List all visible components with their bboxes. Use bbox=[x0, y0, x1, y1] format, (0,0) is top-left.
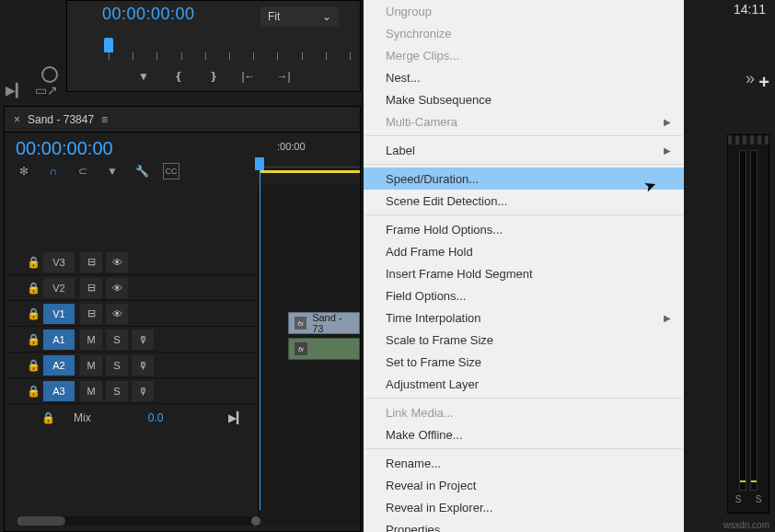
track-a2[interactable]: 🔒 A2 M S 🎙 bbox=[5, 353, 258, 378]
source-tool-row: ▶▎ ▭↗ bbox=[0, 83, 55, 105]
scroll-cap-right[interactable] bbox=[251, 516, 260, 526]
track-label[interactable]: V3 bbox=[43, 252, 75, 272]
overflow-chevrons-icon[interactable]: » bbox=[746, 69, 751, 88]
menu-item-reveal-in-explorer[interactable]: Reveal in Explorer... bbox=[364, 496, 684, 518]
menu-item-link-media: Link Media... bbox=[364, 401, 684, 423]
menu-item-properties[interactable]: Properties bbox=[364, 518, 684, 532]
menu-item-set-to-frame-size[interactable]: Set to Frame Size bbox=[364, 351, 684, 373]
go-to-in-icon[interactable]: |← bbox=[241, 69, 256, 84]
marker-icon[interactable]: ▼ bbox=[136, 69, 151, 84]
meter-channel-left bbox=[739, 150, 746, 491]
menu-item-insert-frame-hold-segment[interactable]: Insert Frame Hold Segment bbox=[364, 262, 684, 284]
voiceover-mic-icon[interactable]: 🎙 bbox=[132, 330, 154, 350]
panel-menu-icon[interactable]: ≡ bbox=[101, 113, 108, 126]
program-playhead[interactable] bbox=[104, 38, 113, 52]
linked-selection-icon[interactable]: ⊂ bbox=[75, 163, 91, 179]
captions-icon[interactable]: CC bbox=[163, 163, 179, 179]
lock-icon[interactable]: 🔒 bbox=[25, 385, 41, 398]
in-point-icon[interactable]: ❴ bbox=[171, 69, 186, 84]
mute-button[interactable]: M bbox=[80, 355, 102, 376]
work-area-bar[interactable] bbox=[260, 170, 360, 173]
toggle-output-icon[interactable]: ⊟ bbox=[80, 252, 102, 272]
mute-button[interactable]: M bbox=[80, 381, 102, 401]
meter-grip[interactable] bbox=[728, 135, 769, 145]
track-label[interactable]: A2 bbox=[43, 355, 75, 376]
go-to-out-icon[interactable]: →| bbox=[276, 69, 291, 84]
solo-label[interactable]: S bbox=[756, 494, 762, 504]
menu-separator bbox=[365, 448, 682, 449]
mix-track[interactable]: 🔒 Mix 0.0 ▶▎ bbox=[5, 404, 258, 432]
solo-label[interactable]: S bbox=[735, 494, 742, 504]
mix-value[interactable]: 0.0 bbox=[148, 411, 164, 424]
solo-button[interactable]: S bbox=[106, 330, 128, 350]
program-ruler[interactable] bbox=[104, 38, 351, 65]
snap-icon[interactable]: ∩ bbox=[45, 163, 62, 179]
record-circle-icon[interactable] bbox=[41, 66, 58, 83]
video-clip[interactable]: fx Sand - 73 bbox=[288, 312, 360, 334]
submenu-arrow-icon: ▶ bbox=[664, 145, 671, 156]
track-v3[interactable]: 🔒 V3 ⊟ 👁 bbox=[5, 249, 258, 275]
menu-item-add-frame-hold[interactable]: Add Frame Hold bbox=[364, 240, 684, 262]
submenu-arrow-icon: ▶ bbox=[664, 313, 671, 323]
lock-icon[interactable]: 🔒 bbox=[25, 282, 41, 295]
ruler-ticks bbox=[109, 52, 351, 62]
lock-icon[interactable]: 🔒 bbox=[25, 333, 41, 346]
mute-button[interactable]: M bbox=[80, 330, 102, 350]
export-frame-icon[interactable]: ▭↗ bbox=[35, 83, 58, 105]
track-v1[interactable]: 🔒 V1 ⊟ 👁 bbox=[5, 301, 258, 327]
menu-item-label[interactable]: Label▶ bbox=[364, 139, 684, 161]
fx-badge-icon[interactable]: fx bbox=[295, 317, 307, 330]
zoom-fit-dropdown[interactable]: Fit ⌄ bbox=[260, 6, 339, 27]
add-panel-button[interactable]: + bbox=[758, 72, 769, 93]
menu-item-frame-hold-options[interactable]: Frame Hold Options... bbox=[364, 218, 684, 240]
timeline-tool-row: ✻ ∩ ⊂ ▼ 🔧 CC bbox=[5, 161, 360, 185]
toggle-output-icon[interactable]: ⊟ bbox=[80, 278, 102, 298]
track-a1[interactable]: 🔒 A1 M S 🎙 bbox=[5, 327, 258, 353]
menu-item-scale-to-frame-size[interactable]: Scale to Frame Size bbox=[364, 329, 684, 351]
track-label[interactable]: V2 bbox=[43, 278, 75, 298]
track-label[interactable]: A3 bbox=[43, 381, 75, 401]
eye-icon[interactable]: 👁 bbox=[106, 252, 128, 272]
lock-icon[interactable]: 🔒 bbox=[25, 256, 41, 269]
program-timecode[interactable]: 00:00:00:00 bbox=[102, 5, 195, 24]
scroll-thumb[interactable] bbox=[19, 516, 65, 526]
track-label[interactable]: V1 bbox=[43, 304, 75, 324]
marker-tool-icon[interactable]: ▼ bbox=[104, 163, 121, 179]
lock-icon[interactable]: 🔒 bbox=[25, 359, 41, 372]
sequence-tab[interactable]: × Sand - 73847 ≡ bbox=[5, 107, 360, 133]
menu-item-adjustment-layer[interactable]: Adjustment Layer bbox=[364, 373, 684, 395]
menu-item-nest[interactable]: Nest... bbox=[364, 66, 684, 88]
lock-icon[interactable]: 🔒 bbox=[41, 411, 55, 424]
menu-item-rename[interactable]: Rename... bbox=[364, 452, 684, 474]
menu-item-make-offline[interactable]: Make Offline... bbox=[364, 423, 684, 445]
meter-channel-right bbox=[750, 150, 758, 491]
settings-wrench-icon[interactable]: 🔧 bbox=[133, 163, 150, 179]
timeline-timecode[interactable]: 00:00:00:00 bbox=[5, 133, 360, 161]
audio-clip[interactable]: fx bbox=[288, 338, 360, 360]
step-back-icon[interactable]: ▶▎ bbox=[6, 83, 26, 105]
track-content-area[interactable]: :00:00 fx Sand - 73 fx bbox=[259, 185, 360, 526]
voiceover-mic-icon[interactable]: 🎙 bbox=[132, 355, 154, 376]
menu-item-scene-edit-detection[interactable]: Scene Edit Detection... bbox=[364, 190, 684, 212]
track-a3[interactable]: 🔒 A3 M S 🎙 bbox=[5, 378, 258, 404]
toggle-output-icon[interactable]: ⊟ bbox=[80, 304, 102, 324]
eye-icon[interactable]: 👁 bbox=[106, 278, 128, 298]
track-v2[interactable]: 🔒 V2 ⊟ 👁 bbox=[5, 275, 258, 301]
solo-button[interactable]: S bbox=[106, 381, 128, 401]
out-point-icon[interactable]: ❵ bbox=[206, 69, 221, 84]
track-label[interactable]: A1 bbox=[43, 330, 75, 350]
close-icon[interactable]: × bbox=[14, 113, 20, 126]
menu-item-speed-duration[interactable]: Speed/Duration... bbox=[364, 168, 684, 190]
menu-item-make-subsequence[interactable]: Make Subsequence bbox=[364, 88, 684, 110]
menu-item-time-interpolation[interactable]: Time Interpolation▶ bbox=[364, 306, 684, 329]
transport-icon[interactable]: ▶▎ bbox=[228, 411, 245, 424]
voiceover-mic-icon[interactable]: 🎙 bbox=[132, 381, 154, 401]
eye-icon[interactable]: 👁 bbox=[106, 304, 128, 324]
timeline-scrollbar[interactable] bbox=[19, 516, 259, 526]
menu-item-field-options[interactable]: Field Options... bbox=[364, 284, 684, 306]
lock-icon[interactable]: 🔒 bbox=[25, 307, 41, 320]
solo-button[interactable]: S bbox=[106, 355, 128, 376]
fx-badge-icon[interactable]: fx bbox=[295, 342, 307, 355]
menu-item-reveal-in-project[interactable]: Reveal in Project bbox=[364, 474, 684, 496]
nest-icon[interactable]: ✻ bbox=[16, 163, 32, 179]
